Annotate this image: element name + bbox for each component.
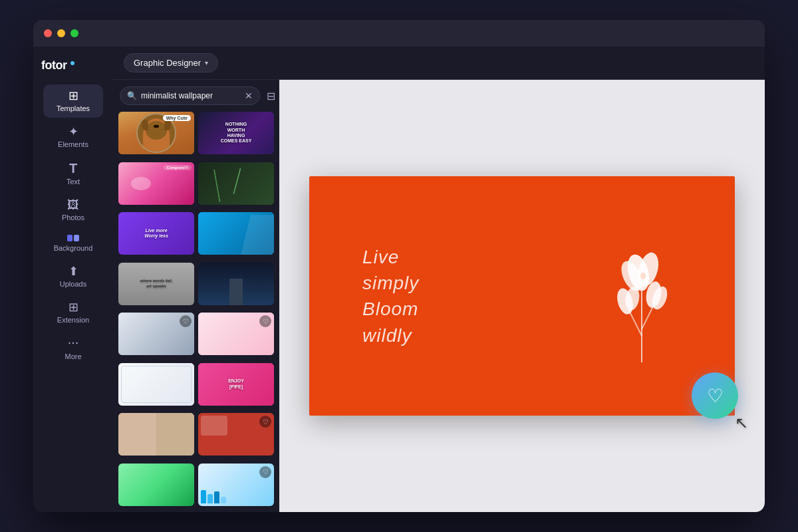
search-input-wrapper: 🔍 ✕ — [120, 86, 260, 105]
logo-text: fotor — [41, 59, 66, 72]
template-card-6[interactable] — [198, 212, 274, 255]
text-icon: T — [69, 162, 77, 175]
template-card-3[interactable]: Congrats!!! — [118, 162, 194, 205]
sidebar-item-text[interactable]: T Text — [43, 156, 103, 191]
design-canvas[interactable]: Live simply Bloom wildly — [309, 176, 735, 416]
template-card-2[interactable]: NOTHINGWORTHHAVINGCOMES EASY — [198, 112, 274, 154]
template-card-9[interactable]: ♡ — [118, 313, 194, 355]
template-card-4[interactable] — [198, 162, 274, 205]
sidebar-item-templates[interactable]: ⊞ Templates — [43, 84, 103, 118]
more-dots[interactable]: ··· — [68, 334, 79, 350]
app-body: fotor ⊞ Templates ✦ Elements T Text 🖼 Ph… — [33, 47, 765, 512]
favorite-fab[interactable]: ♡ — [692, 372, 738, 419]
graphic-designer-dropdown[interactable]: Graphic Designer ▾ — [124, 53, 218, 72]
more-label[interactable]: More — [65, 352, 81, 360]
search-icon: 🔍 — [127, 91, 137, 100]
card-12-text: ENJOY[PIFE] — [198, 363, 274, 406]
template-card-15[interactable] — [118, 464, 194, 506]
template-card-11[interactable] — [118, 363, 194, 406]
filter-button[interactable]: ⊟ — [264, 87, 278, 105]
template-card-1[interactable]: Why Cute — [118, 112, 194, 154]
search-input[interactable] — [141, 91, 241, 100]
top-bar: Graphic Designer ▾ — [113, 47, 765, 80]
photos-label: Photos — [62, 213, 84, 221]
text-label: Text — [66, 178, 80, 186]
photos-icon: 🖼 — [67, 199, 79, 211]
template-card-8[interactable] — [198, 263, 274, 305]
card-10-heart[interactable]: ♡ — [259, 315, 271, 327]
template-grid: Why Cute NOTHINGWORTHHAVINGCOMES EASY — [113, 109, 279, 512]
uploads-icon: ⬆ — [68, 265, 78, 277]
template-card-13[interactable] — [118, 413, 194, 456]
clear-search-button[interactable]: ✕ — [245, 90, 253, 101]
canvas-line-2: simply — [362, 270, 419, 296]
card-2-text: NOTHINGWORTHHAVINGCOMES EASY — [198, 112, 274, 154]
canvas-area: Live simply Bloom wildly ♡ ↖ — [279, 80, 765, 512]
template-card-14[interactable]: ♡ — [198, 413, 274, 456]
flowers-svg — [602, 229, 682, 362]
app-window: fotor ⊞ Templates ✦ Elements T Text 🖼 Ph… — [33, 20, 765, 512]
sidebar: fotor ⊞ Templates ✦ Elements T Text 🖼 Ph… — [33, 47, 113, 512]
templates-icon: ⊞ — [68, 90, 78, 102]
sidebar-item-photos[interactable]: 🖼 Photos — [43, 194, 103, 227]
svg-line-1 — [628, 309, 642, 336]
canvas-text: Live simply Bloom wildly — [362, 244, 419, 348]
elements-icon: ✦ — [68, 126, 78, 138]
sidebar-item-extension[interactable]: ⊞ Extension — [43, 296, 103, 329]
chevron-down-icon: ▾ — [205, 59, 208, 66]
card-5-text: Live moreWorry less — [118, 212, 194, 255]
dropdown-label: Graphic Designer — [134, 58, 201, 68]
content-area: 🔍 ✕ ⊟ — [113, 80, 765, 512]
card-9-heart[interactable]: ♡ — [180, 315, 192, 327]
card-14-heart[interactable]: ♡ — [259, 416, 271, 428]
background-icon — [67, 235, 79, 241]
template-card-7[interactable]: where words fail,art speaks — [118, 263, 194, 305]
maximize-button[interactable] — [70, 29, 78, 37]
canvas-line-4: wildly — [362, 322, 419, 348]
search-bar: 🔍 ✕ ⊟ — [113, 80, 279, 109]
sidebar-item-background[interactable]: Background — [43, 229, 103, 257]
background-label: Background — [54, 244, 93, 252]
template-card-16[interactable]: ♡ — [198, 464, 274, 506]
sidebar-item-elements[interactable]: ✦ Elements — [43, 120, 103, 154]
template-card-12[interactable]: ENJOY[PIFE] — [198, 363, 274, 406]
main-content: Graphic Designer ▾ 🔍 ✕ ⊟ — [113, 47, 765, 512]
card-16-heart[interactable]: ♡ — [259, 466, 271, 478]
card-7-text: where words fail,art speaks — [118, 263, 194, 305]
template-panel: 🔍 ✕ ⊟ — [113, 80, 279, 512]
canvas-line-3: Bloom — [362, 296, 419, 322]
logo-area: fotor — [33, 53, 113, 82]
logo-dot — [70, 61, 74, 65]
extension-label: Extension — [57, 316, 89, 324]
close-button[interactable] — [44, 29, 52, 37]
templates-label: Templates — [57, 104, 90, 112]
titlebar — [33, 20, 765, 47]
extension-icon: ⊞ — [68, 301, 78, 313]
template-card-5[interactable]: Live moreWorry less — [118, 212, 194, 255]
template-card-10[interactable]: ♡ — [198, 313, 274, 355]
uploads-label: Uploads — [60, 280, 86, 288]
canvas-line-1: Live — [362, 244, 419, 270]
minimize-button[interactable] — [57, 29, 65, 37]
fab-area: ♡ ↖ — [692, 372, 738, 419]
cursor-indicator: ↖ — [735, 414, 748, 432]
svg-point-10 — [640, 273, 646, 279]
sidebar-item-uploads[interactable]: ⬆ Uploads — [43, 260, 103, 293]
heart-icon: ♡ — [707, 385, 724, 407]
elements-label: Elements — [58, 140, 88, 148]
